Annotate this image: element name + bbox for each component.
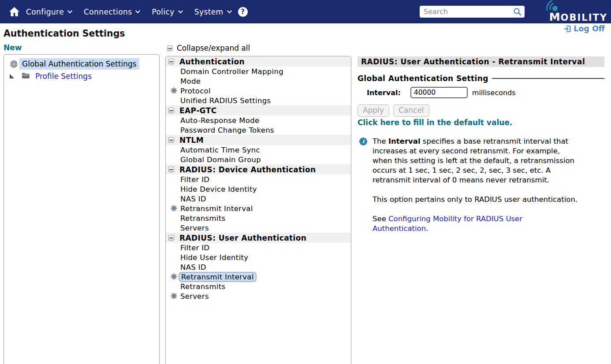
tree-item-label: Filter ID — [180, 244, 209, 252]
tree-item-servers[interactable]: Servers — [166, 223, 351, 233]
tree-item-label: Retransmit Interval — [179, 272, 257, 282]
tree-item-retransmit-interval[interactable]: Retransmit Interval — [166, 204, 351, 213]
menu-policy[interactable]: Policy — [152, 7, 183, 16]
help-icon[interactable]: ? — [238, 7, 248, 17]
logo-text-rest: OBILITY — [561, 12, 607, 23]
chevron-down-icon — [178, 10, 183, 14]
tree-section-ntlm[interactable]: NTLM — [166, 135, 351, 145]
collapse-section-icon[interactable] — [168, 235, 174, 241]
interval-input[interactable] — [410, 87, 468, 98]
left-item-profile-settings[interactable]: Profile Settings — [4, 70, 159, 82]
log-off-button[interactable]: Log Off — [563, 24, 605, 33]
detail-panel: RADIUS: User Authentication - Retransmit… — [358, 56, 604, 234]
menu-configure[interactable]: Configure — [26, 7, 72, 16]
cancel-button[interactable]: Cancel — [393, 104, 429, 117]
tree-item-label: Hide Device Identity — [180, 185, 257, 193]
chevron-down-icon — [227, 10, 232, 14]
left-item-global-authentication-settings[interactable]: Global Authentication Settings — [4, 58, 159, 70]
collapse-section-icon[interactable] — [168, 137, 174, 143]
app-root: ConfigureConnectionsPolicySystem ? MOBIL… — [0, 0, 611, 364]
chevron-down-icon — [135, 10, 140, 14]
apply-button[interactable]: Apply — [358, 104, 389, 117]
collapse-arrow-icon[interactable] — [10, 74, 15, 79]
tree-item-automatic-time-sync[interactable]: Automatic Time Sync — [166, 145, 351, 155]
tree-item-retransmit-interval[interactable]: Retransmit Interval — [166, 272, 351, 282]
tree-item-servers[interactable]: Servers — [166, 291, 351, 301]
tree-item-nas-id[interactable]: NAS ID — [166, 194, 351, 204]
info-paragraph-2: This option pertains only to RADIUS user… — [373, 195, 580, 204]
tree-item-password-change-tokens[interactable]: Password Change Tokens — [166, 125, 351, 135]
collapse-expand-all[interactable]: Collapse/expand all — [167, 44, 250, 52]
new-link[interactable]: New — [4, 43, 22, 52]
tree-item-domain-controller-mapping[interactable]: Domain Controller Mapping — [166, 67, 351, 76]
tree-item-label: Servers — [180, 292, 209, 301]
info-paragraph-1: The Interval specifies a base retransmit… — [373, 137, 580, 185]
gear-icon — [171, 273, 177, 280]
section-title-label: Global Authentication Setting — [358, 74, 488, 83]
tree-item-label: Automatic Time Sync — [180, 146, 260, 154]
tree-item-label: Servers — [180, 224, 209, 232]
tree-item-label: Password Change Tokens — [180, 126, 274, 134]
tree-item-nas-id[interactable]: NAS ID — [166, 262, 351, 272]
menu-label: System — [194, 7, 224, 16]
search-box — [420, 6, 525, 18]
interval-unit: milliseconds — [472, 89, 516, 97]
tree-item-auto-response-mode[interactable]: Auto-Response Mode — [166, 115, 351, 125]
globe-icon — [10, 60, 18, 68]
tree-section-radius-user-authentication[interactable]: RADIUS: User Authentication — [166, 233, 351, 243]
tree-item-protocol[interactable]: Protocol — [166, 86, 351, 96]
tree-item-global-domain-group[interactable]: Global Domain Group — [166, 155, 351, 164]
tree-item-retransmits[interactable]: Retransmits — [166, 282, 351, 291]
collapse-section-icon[interactable] — [168, 167, 174, 172]
tree-item-label: Retransmits — [180, 214, 225, 223]
detail-section-title: Global Authentication Setting — [358, 74, 604, 83]
left-item-label: Profile Settings — [35, 72, 92, 81]
tree-item-label: Retransmit Interval — [180, 204, 253, 213]
tree-section-title: EAP-GTC — [179, 106, 217, 115]
tree-item-label: Mode — [180, 77, 201, 85]
detail-header: RADIUS: User Authentication - Retransmit… — [358, 56, 604, 67]
search-icon[interactable] — [513, 7, 522, 18]
section-rule — [492, 78, 604, 79]
mobility-logo: MOBILITY — [549, 11, 607, 23]
search-input[interactable] — [420, 6, 525, 18]
tree-item-label: Filter ID — [180, 175, 209, 184]
tree-item-label: Domain Controller Mapping — [180, 67, 283, 76]
tree-item-label: Unified RADIUS Settings — [180, 97, 271, 105]
collapse-all-label: Collapse/expand all — [177, 44, 250, 52]
default-value-link[interactable]: Click here to fill in the default value. — [358, 118, 604, 127]
tree-item-label: Hide User Identity — [180, 253, 248, 262]
folder-icon — [22, 72, 30, 79]
collapse-section-icon[interactable] — [168, 108, 174, 113]
tree-section-eap-gtc[interactable]: EAP-GTC — [166, 105, 351, 115]
tree-section-title: RADIUS: Device Authentication — [179, 165, 316, 174]
doc-link[interactable]: Configuring Mobility for RADIUS User Aut… — [373, 215, 522, 233]
tree-item-label: Protocol — [180, 87, 211, 95]
navbar-menus: ConfigureConnectionsPolicySystem — [19, 7, 232, 16]
gear-icon — [171, 87, 177, 94]
collapse-all-icon[interactable] — [167, 45, 173, 51]
menu-connections[interactable]: Connections — [84, 7, 140, 16]
collapse-section-icon[interactable] — [168, 59, 174, 64]
info-block: i The Interval specifies a base retransm… — [358, 137, 604, 234]
tree-section-radius-device-authentication[interactable]: RADIUS: Device Authentication — [166, 164, 351, 175]
tree-item-hide-device-identity[interactable]: Hide Device Identity — [166, 184, 351, 194]
tree-item-unified-radius-settings[interactable]: Unified RADIUS Settings — [166, 96, 351, 105]
menu-system[interactable]: System — [194, 7, 232, 16]
menu-label: Connections — [84, 7, 132, 16]
info-icon: i — [359, 137, 367, 145]
tree-section-authentication[interactable]: Authentication — [166, 56, 351, 67]
page-title: Authentication Settings — [4, 28, 125, 39]
home-icon[interactable] — [9, 7, 19, 16]
log-off-label: Log Off — [574, 24, 605, 33]
tree-section-title: Authentication — [179, 57, 245, 66]
tree-item-filter-id[interactable]: Filter ID — [166, 175, 351, 184]
tree-item-hide-user-identity[interactable]: Hide User Identity — [166, 253, 351, 262]
top-navbar: ConfigureConnectionsPolicySystem ? MOBIL… — [0, 0, 611, 23]
tree-item-mode[interactable]: Mode — [166, 76, 351, 86]
settings-tree-panel: AuthenticationDomain Controller MappingM… — [165, 56, 351, 364]
log-off-icon — [563, 25, 571, 33]
menu-label: Policy — [152, 7, 174, 16]
tree-item-filter-id[interactable]: Filter ID — [166, 243, 351, 253]
tree-item-retransmits[interactable]: Retransmits — [166, 213, 351, 223]
